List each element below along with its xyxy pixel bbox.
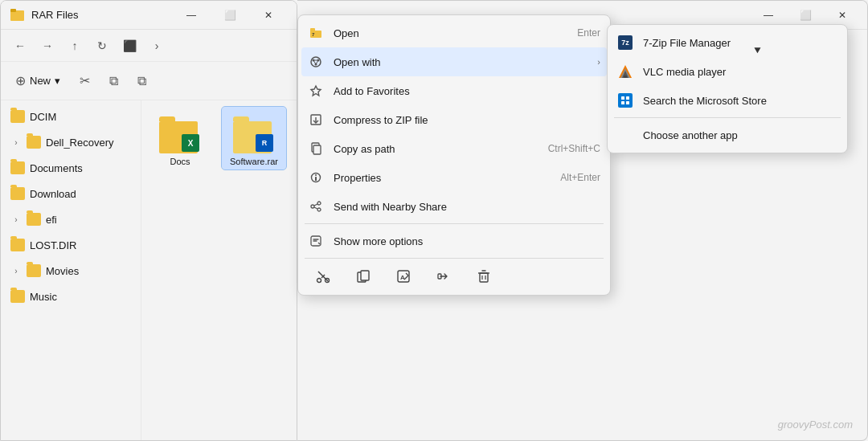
svg-marker-13 <box>311 86 321 96</box>
menu-label-compress: Compress to ZIP file <box>334 114 600 126</box>
menu-item-open-with[interactable]: Open with › <box>301 47 607 76</box>
cut-bottom-icon[interactable] <box>311 264 335 288</box>
new-icon: ⊕ <box>15 73 26 88</box>
window-title: RAR Files <box>31 9 173 21</box>
svg-point-23 <box>317 208 321 211</box>
menu-shortcut-properties: Alt+Enter <box>560 172 600 183</box>
paste-icon: ⧉ <box>137 74 146 88</box>
copy-bottom-icon[interactable] <box>351 264 375 288</box>
submenu-item-vlc[interactable]: VLC media player <box>608 57 847 86</box>
sidebar-label-music: Music <box>30 291 57 303</box>
rename-bottom-icon[interactable]: A <box>391 264 416 288</box>
menu-item-properties[interactable]: Properties Alt+Enter <box>298 163 610 192</box>
menu-divider-2 <box>305 258 604 259</box>
menu-item-nearby-share[interactable]: Send with Nearby Share <box>298 192 610 221</box>
menu-label-open-with: Open with <box>334 56 588 68</box>
sidebar-item-download[interactable]: Download <box>4 181 137 206</box>
svg-rect-38 <box>480 273 488 282</box>
sidebar-item-lost-dir[interactable]: LOST.DIR <box>4 232 137 258</box>
svg-text:A: A <box>400 274 405 281</box>
sidebar-item-movies[interactable]: › Movies <box>4 258 137 284</box>
folder-icon-documents <box>10 161 25 174</box>
svg-rect-37 <box>438 274 441 279</box>
svg-rect-49 <box>621 101 624 104</box>
folder-icon-efi <box>27 213 41 226</box>
menu-label-properties: Properties <box>334 172 551 184</box>
menu-item-copy-path[interactable]: Copy as path Ctrl+Shift+C <box>298 134 610 163</box>
submenu-item-msstore[interactable]: Search the Microsoft Store <box>608 86 847 115</box>
open-with-icon <box>308 54 324 70</box>
svg-rect-17 <box>313 145 321 154</box>
submenu-item-7zip[interactable]: 7z 7-Zip File Manager <box>608 28 847 57</box>
choose-app-icon <box>617 127 633 143</box>
up-button[interactable]: ↑ <box>62 33 88 59</box>
menu-shortcut-copy-path: Ctrl+Shift+C <box>548 143 600 154</box>
cut-button[interactable]: ✂ <box>72 67 98 96</box>
chevron-icon-efi: › <box>10 215 22 224</box>
sidebar-item-efi[interactable]: › efi <box>4 206 137 232</box>
sidebar-label-movies: Movies <box>46 265 79 277</box>
svg-line-35 <box>406 273 408 276</box>
sidebar-label-dell: Dell_Recovery <box>46 137 114 149</box>
back-button[interactable]: ← <box>7 33 33 59</box>
explorer-window: RAR Files — ⬜ ✕ ← → ↑ ↻ ⬛ › ⊕ New ▾ ✂ ⧉ … <box>0 0 297 441</box>
toolbar: ⊕ New ▾ ✂ ⧉ ⧉ <box>1 62 297 100</box>
msstore-icon <box>617 92 633 108</box>
file-item-software-rar[interactable]: R Software.rar <box>222 107 286 169</box>
forward-button[interactable]: → <box>35 33 60 59</box>
sidebar-label-lost: LOST.DIR <box>30 239 77 251</box>
svg-point-21 <box>317 202 321 205</box>
sidebar-label-download: Download <box>30 188 76 200</box>
close-button[interactable]: ✕ <box>250 2 287 28</box>
folder-icon-music <box>10 290 25 303</box>
sidebar-item-dcim[interactable]: DCIM <box>4 104 137 129</box>
svg-point-28 <box>317 279 321 283</box>
minimize-button[interactable]: — <box>173 2 210 28</box>
svg-point-22 <box>311 205 314 208</box>
submenu-item-choose-app[interactable]: Choose another app <box>608 120 847 149</box>
compress-icon <box>308 112 324 128</box>
nearby-share-icon <box>308 198 324 214</box>
menu-item-open[interactable]: 7 Open Enter <box>298 18 610 47</box>
folder-icon-dell <box>27 136 41 149</box>
menu-divider-1 <box>305 223 604 224</box>
svg-rect-50 <box>626 101 629 104</box>
folder-icon <box>10 8 25 22</box>
menu-label-nearby-share: Send with Nearby Share <box>334 201 600 213</box>
more-options-icon <box>308 233 324 249</box>
open-icon: 7 <box>308 25 324 41</box>
sidebar-item-documents[interactable]: Documents <box>4 155 137 181</box>
menu-label-copy-path: Copy as path <box>334 143 538 155</box>
svg-rect-20 <box>315 177 317 181</box>
expand-button[interactable]: › <box>144 33 170 59</box>
copy-path-icon <box>308 141 324 157</box>
delete-bottom-icon[interactable] <box>472 264 496 288</box>
explorer-body: DCIM › Dell_Recovery Documents Download … <box>1 100 297 440</box>
chevron-icon-movies: › <box>10 267 22 276</box>
sidebar-item-music[interactable]: Music <box>4 284 137 309</box>
watermark: groovyPost.com <box>778 419 853 431</box>
svg-rect-2 <box>10 9 16 12</box>
file-label-software: Software.rar <box>230 157 278 166</box>
share-bottom-icon[interactable] <box>432 264 456 288</box>
folder-icon-dcim <box>10 110 25 123</box>
maximize-button[interactable]: ⬜ <box>211 2 248 28</box>
menu-item-more-options[interactable]: Show more options <box>298 227 610 255</box>
title-bar: RAR Files — ⬜ ✕ <box>1 1 297 30</box>
refresh-button[interactable]: ↻ <box>89 33 115 59</box>
menu-item-favorites[interactable]: Add to Favorites <box>298 76 610 105</box>
folder-icon-movies <box>27 264 41 277</box>
menu-shortcut-open: Enter <box>577 27 600 39</box>
copy-button[interactable]: ⧉ <box>101 67 126 96</box>
chevron-icon: › <box>10 138 22 147</box>
sidebar-item-dell-recovery[interactable]: › Dell_Recovery <box>4 129 137 155</box>
sidebar: DCIM › Dell_Recovery Documents Download … <box>1 100 141 440</box>
new-button[interactable]: ⊕ New ▾ <box>7 67 68 96</box>
address-bar-icon[interactable]: ⬛ <box>117 33 142 59</box>
sidebar-label-dcim: DCIM <box>30 111 56 123</box>
copy-icon: ⧉ <box>109 74 118 88</box>
menu-item-compress[interactable]: Compress to ZIP file <box>298 105 610 134</box>
paste-button[interactable]: ⧉ <box>129 67 154 96</box>
cut-icon: ✂ <box>80 73 90 88</box>
file-item-docs[interactable]: X Docs <box>148 107 212 169</box>
